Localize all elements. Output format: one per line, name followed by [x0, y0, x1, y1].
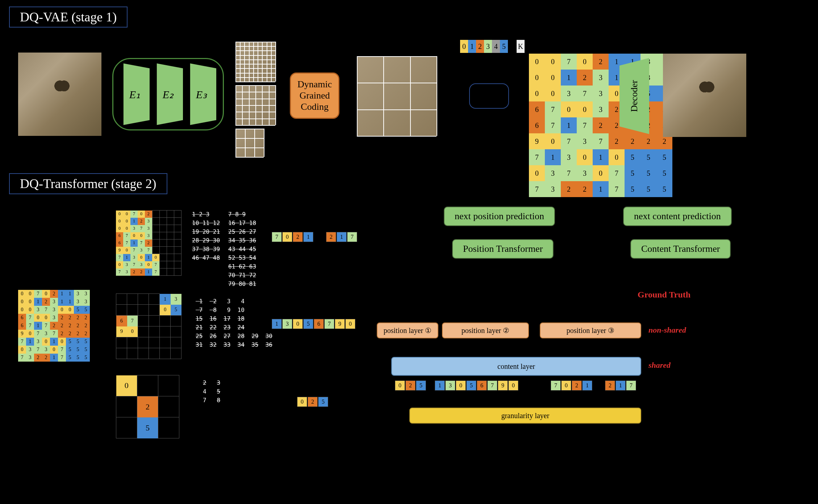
- seq-mid: 13056790: [272, 319, 355, 329]
- codebook-1: 1: [468, 40, 476, 53]
- pos-transformer: Position Transformer: [452, 239, 554, 259]
- non-shared-label: non-shared: [648, 325, 686, 335]
- feature-fine: [235, 42, 275, 82]
- numbers-fine-right: 7 8 9 16 17 18 25 26 27 34 35 36 43 44 4…: [228, 210, 256, 288]
- encoder-group: E₁ E₂ E₃: [112, 58, 224, 130]
- ground-truth-label: Ground Truth: [638, 290, 690, 300]
- seq-fine-a: 7021: [272, 232, 313, 242]
- content-layer: content layer: [391, 357, 641, 376]
- input-image: [18, 53, 101, 136]
- grid-mid: 13056790: [116, 293, 181, 359]
- grid-fine: 0070200123003736700367172907377130100373…: [116, 210, 181, 276]
- position-layer-2: position layer ②: [442, 322, 529, 338]
- codebook-2: 2: [476, 40, 484, 53]
- numbers-fine-left: 1 2 3 10 11 12 19 20 21 28 29 30 37 38 3…: [192, 210, 220, 262]
- next-content-label: next content prediction: [623, 207, 732, 226]
- seq-fine-b: 217: [326, 232, 357, 242]
- code-grid-left: 0070211330012311330037300556700322226717…: [18, 290, 90, 362]
- mixed-image: [357, 56, 437, 136]
- feature-coarse: [235, 129, 264, 157]
- numbers-mid: 1 2 3 4 7 8 9 10 15 16 17 18 21 22 23 24…: [196, 297, 279, 349]
- output-image: [663, 54, 746, 137]
- decoder: Decoder: [619, 58, 649, 134]
- content-seq-a: 025: [395, 380, 426, 391]
- stage2-title: DQ-Transformer (stage 2): [9, 173, 167, 194]
- codebook-k: K: [517, 40, 525, 53]
- encoder-3: E₃: [187, 63, 216, 125]
- content-seq-b: 13056790: [435, 380, 518, 391]
- position-layer-1: position layer ①: [377, 322, 438, 338]
- content-transformer: Content Transformer: [630, 239, 731, 259]
- encoder-2: E₂: [153, 63, 183, 125]
- content-seq-c2: 217: [605, 380, 636, 391]
- code-grid-stage1: 0070211330012311330037300556700322226717…: [529, 54, 672, 197]
- codebook-0: 0: [460, 40, 468, 53]
- seq-coarse: 025: [297, 397, 328, 407]
- next-pos-label: next position prediction: [444, 207, 555, 226]
- feature-mid: [235, 85, 275, 125]
- codebook-5: 5: [500, 40, 508, 53]
- position-layer-3: position layer ③: [540, 322, 641, 338]
- content-seq-c1: 7021: [551, 380, 592, 391]
- codebook-4: 4: [492, 40, 500, 53]
- dgc-box: Dynamic Grained Coding: [290, 72, 339, 119]
- latent-box: [469, 83, 509, 109]
- codebook-3: 3: [484, 40, 492, 53]
- codebook: 0 1 2 3 4 5 K: [460, 40, 525, 53]
- stage1-title: DQ-VAE (stage 1): [9, 7, 128, 28]
- grid-coarse: 025: [116, 375, 179, 438]
- shared-label: shared: [648, 361, 671, 370]
- granularity-layer: granularity layer: [409, 408, 641, 424]
- numbers-coarse: 2 3 4 5 7 8: [203, 379, 231, 405]
- encoder-1: E₁: [120, 63, 150, 125]
